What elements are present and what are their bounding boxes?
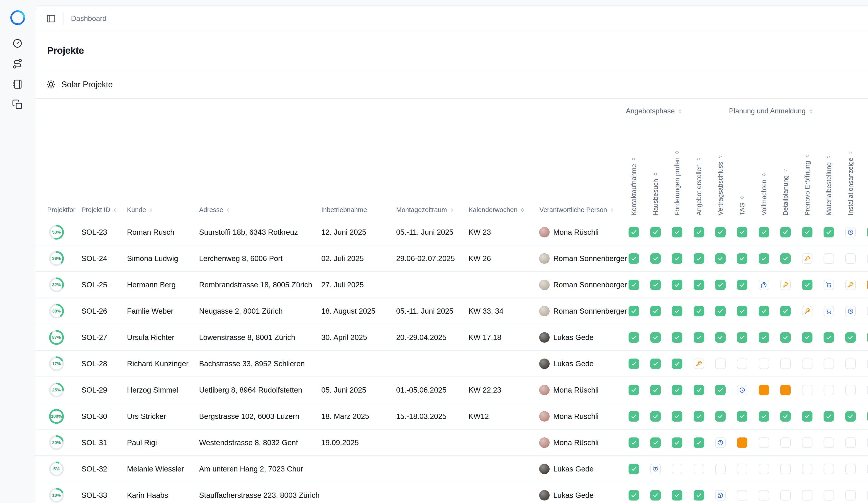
status-cell-tag[interactable] — [737, 332, 747, 343]
breadcrumb[interactable]: Dashboard — [71, 6, 106, 31]
table-row[interactable]: 100%SOL-30Urs StrickerBergstrasse 102, 6… — [35, 403, 868, 430]
phase-group-header-angebotsphase[interactable]: Angebotsphase — [626, 99, 683, 123]
status-cell-vertragsabschluss[interactable] — [715, 464, 726, 474]
status-column-header-inner[interactable]: Materialbestellung — [825, 154, 833, 215]
status-cell-kontaktaufnahme[interactable] — [629, 359, 639, 369]
status-cell-overflow[interactable] — [867, 490, 868, 501]
status-cell-kontaktaufnahme[interactable] — [629, 227, 639, 237]
column-header-montagezeitraum[interactable]: Montagezeitraum — [396, 206, 455, 214]
status-column-header-inner[interactable]: TAG — [738, 195, 746, 215]
status-cell-pronovo-eröffnung[interactable] — [802, 490, 813, 501]
status-cell-pronovo-eröffnung[interactable] — [802, 385, 813, 395]
status-cell-detailplanung[interactable] — [780, 438, 791, 448]
status-cell-vollmachten[interactable] — [759, 253, 769, 264]
status-cell-materialbestellung[interactable] — [824, 438, 834, 448]
status-cell-materialbestellung[interactable] — [824, 253, 834, 264]
status-cell-detailplanung[interactable] — [780, 385, 791, 395]
status-cell-kontaktaufnahme[interactable] — [629, 411, 639, 422]
status-cell-materialbestellung[interactable] — [824, 280, 834, 290]
status-cell-pronovo-eröffnung[interactable] — [802, 332, 813, 343]
status-cell-materialbestellung[interactable] — [824, 227, 834, 237]
column-header-verantwortliche-person[interactable]: Verantwortliche Person — [539, 206, 615, 214]
status-cell-hausbesuch[interactable] — [650, 411, 661, 422]
status-cell-förderungen-prüfen[interactable] — [672, 438, 682, 448]
status-column-header-inner[interactable]: Detailplanung — [782, 167, 789, 215]
status-cell-installationsanzeige[interactable] — [845, 253, 856, 264]
status-cell-angebot-erstellen[interactable] — [694, 359, 704, 369]
status-cell-pronovo-eröffnung[interactable] — [802, 280, 813, 290]
status-cell-hausbesuch[interactable] — [650, 306, 661, 316]
status-cell-installationsanzeige[interactable] — [845, 332, 856, 343]
status-cell-kontaktaufnahme[interactable] — [629, 464, 639, 474]
status-column-header-inner[interactable]: Förderungen prüfen — [673, 150, 681, 215]
status-cell-materialbestellung[interactable] — [824, 464, 834, 474]
status-cell-tag[interactable] — [737, 411, 747, 422]
status-cell-pronovo-eröffnung[interactable] — [802, 359, 813, 369]
status-cell-vollmachten[interactable] — [759, 280, 769, 290]
nav-documents-button[interactable] — [12, 99, 23, 110]
status-cell-materialbestellung[interactable] — [824, 306, 834, 316]
status-cell-vertragsabschluss[interactable] — [715, 306, 726, 316]
status-cell-angebot-erstellen[interactable] — [694, 490, 704, 501]
status-cell-kontaktaufnahme[interactable] — [629, 490, 639, 501]
status-cell-vertragsabschluss[interactable] — [715, 385, 726, 395]
status-cell-angebot-erstellen[interactable] — [694, 306, 704, 316]
status-cell-installationsanzeige[interactable] — [845, 438, 856, 448]
status-cell-tag[interactable] — [737, 280, 747, 290]
status-cell-kontaktaufnahme[interactable] — [629, 253, 639, 264]
status-cell-pronovo-eröffnung[interactable] — [802, 438, 813, 448]
status-cell-hausbesuch[interactable] — [650, 464, 661, 474]
status-cell-förderungen-prüfen[interactable] — [672, 359, 682, 369]
status-cell-angebot-erstellen[interactable] — [694, 464, 704, 474]
status-cell-detailplanung[interactable] — [780, 306, 791, 316]
status-cell-overflow[interactable] — [867, 280, 868, 290]
status-cell-pronovo-eröffnung[interactable] — [802, 306, 813, 316]
status-cell-vertragsabschluss[interactable] — [715, 411, 726, 422]
status-cell-angebot-erstellen[interactable] — [694, 280, 704, 290]
status-cell-förderungen-prüfen[interactable] — [672, 253, 682, 264]
sidebar-toggle-button[interactable] — [46, 13, 56, 24]
status-cell-tag[interactable] — [737, 385, 747, 395]
status-cell-vollmachten[interactable] — [759, 490, 769, 501]
table-row[interactable]: 20%SOL-31Paul RigiWestendstrasse 8, 8032… — [35, 430, 868, 456]
status-cell-hausbesuch[interactable] — [650, 490, 661, 501]
table-row[interactable]: 5%SOL-32Melanie WiesslerAm unteren Hang … — [35, 456, 868, 482]
status-cell-installationsanzeige[interactable] — [845, 464, 856, 474]
status-cell-vollmachten[interactable] — [759, 306, 769, 316]
status-cell-förderungen-prüfen[interactable] — [672, 306, 682, 316]
status-column-header-inner[interactable]: Angebot erstellen — [695, 156, 702, 215]
status-cell-vollmachten[interactable] — [759, 227, 769, 237]
status-cell-pronovo-eröffnung[interactable] — [802, 464, 813, 474]
status-cell-vertragsabschluss[interactable] — [715, 253, 726, 264]
status-cell-vollmachten[interactable] — [759, 332, 769, 343]
table-row[interactable]: 17%SOL-28Richard KunzingerBachstrasse 33… — [35, 351, 868, 377]
status-cell-angebot-erstellen[interactable] — [694, 253, 704, 264]
status-cell-installationsanzeige[interactable] — [845, 280, 856, 290]
status-cell-angebot-erstellen[interactable] — [694, 385, 704, 395]
status-cell-förderungen-prüfen[interactable] — [672, 464, 682, 474]
status-cell-materialbestellung[interactable] — [824, 385, 834, 395]
nav-dashboard-button[interactable] — [12, 38, 23, 49]
status-cell-hausbesuch[interactable] — [650, 253, 661, 264]
status-column-header-inner[interactable]: Kontaktaufnahme — [630, 156, 638, 215]
status-cell-overflow[interactable] — [867, 306, 868, 316]
status-cell-förderungen-prüfen[interactable] — [672, 332, 682, 343]
status-cell-pronovo-eröffnung[interactable] — [802, 253, 813, 264]
table-row[interactable]: 32%SOL-25Hermann BergRembrandstrasse 18,… — [35, 272, 868, 298]
status-cell-vertragsabschluss[interactable] — [715, 490, 726, 501]
status-cell-vertragsabschluss[interactable] — [715, 438, 726, 448]
status-cell-tag[interactable] — [737, 359, 747, 369]
status-cell-pronovo-eröffnung[interactable] — [802, 411, 813, 422]
status-cell-förderungen-prüfen[interactable] — [672, 280, 682, 290]
table-row[interactable]: 53%SOL-23Roman RuschSuurstoffi 18b, 6343… — [35, 219, 868, 245]
status-cell-hausbesuch[interactable] — [650, 359, 661, 369]
status-cell-installationsanzeige[interactable] — [845, 359, 856, 369]
status-column-header-inner[interactable]: Hausbesuch — [652, 171, 659, 215]
status-cell-vertragsabschluss[interactable] — [715, 227, 726, 237]
status-cell-angebot-erstellen[interactable] — [694, 411, 704, 422]
status-column-header-inner[interactable]: Vollmachten — [760, 172, 767, 215]
status-cell-förderungen-prüfen[interactable] — [672, 411, 682, 422]
status-cell-kontaktaufnahme[interactable] — [629, 280, 639, 290]
status-cell-tag[interactable] — [737, 306, 747, 316]
table-row[interactable]: 87%SOL-27Ursula RichterLöwenstrasse 8, 8… — [35, 324, 868, 351]
